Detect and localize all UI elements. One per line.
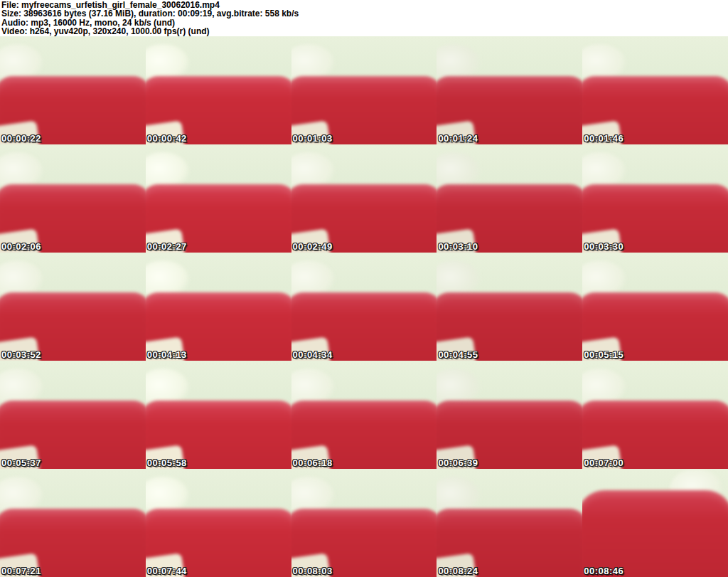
metadata-header: File: myfreecams_urfetish_girl_female_30… — [0, 0, 728, 36]
video-thumbnail: 00:05:37 — [0, 361, 146, 469]
timestamp-overlay: 00:05:15 — [584, 349, 623, 360]
timestamp-overlay: 00:08:46 — [584, 566, 623, 576]
thumbnail-placeholder-image — [146, 469, 291, 577]
thumbnail-placeholder-image — [0, 361, 146, 469]
timestamp-overlay: 00:06:18 — [293, 457, 333, 468]
video-thumbnail: 00:05:15 — [582, 253, 728, 361]
thumbnail-placeholder-image — [582, 253, 728, 361]
video-thumbnail: 00:07:44 — [146, 469, 291, 577]
timestamp-overlay: 00:05:37 — [1, 457, 41, 468]
couch-shape — [582, 490, 728, 577]
timestamp-overlay: 00:04:34 — [293, 349, 333, 360]
thumbnail-placeholder-image — [437, 144, 582, 253]
thumbnail-placeholder-image — [437, 36, 582, 144]
thumbnail-placeholder-image — [291, 469, 437, 577]
timestamp-overlay: 00:02:27 — [147, 241, 187, 252]
video-thumbnail: 00:03:52 — [0, 253, 146, 361]
video-thumbnail: 00:04:34 — [291, 253, 437, 361]
video-thumbnail: 00:02:27 — [146, 144, 291, 253]
video-thumbnail: 00:06:39 — [437, 361, 582, 469]
thumbnail-placeholder-image — [582, 36, 728, 144]
video-thumbnail: 00:04:55 — [437, 253, 582, 361]
video-thumbnail: 00:06:18 — [291, 361, 437, 469]
thumbnail-placeholder-image — [146, 361, 291, 469]
timestamp-overlay: 00:08:24 — [438, 566, 478, 576]
timestamp-overlay: 00:01:24 — [438, 133, 478, 144]
thumbnail-placeholder-image — [437, 253, 582, 361]
video-thumbnail: 00:08:24 — [437, 469, 582, 577]
thumbnail-placeholder-image — [0, 469, 146, 577]
thumbnail-placeholder-image — [291, 144, 437, 253]
timestamp-overlay: 00:01:03 — [293, 133, 333, 144]
video-thumbnail: 00:08:03 — [291, 469, 437, 577]
thumbnail-placeholder-image — [291, 36, 437, 144]
timestamp-overlay: 00:00:22 — [1, 133, 41, 144]
thumbnail-placeholder-image — [291, 361, 437, 469]
timestamp-overlay: 00:07:44 — [147, 566, 187, 576]
thumbnail-placeholder-image — [437, 469, 582, 577]
thumbnail-placeholder-image — [582, 144, 728, 253]
thumbnail-grid: 00:00:22 00:00:42 00:01:03 00:01:24 00:0… — [0, 36, 728, 577]
timestamp-overlay: 00:01:46 — [584, 133, 623, 144]
video-thumbnail: 00:01:03 — [291, 36, 437, 144]
timestamp-overlay: 00:03:52 — [1, 349, 41, 360]
timestamp-overlay: 00:04:55 — [438, 349, 478, 360]
video-thumbnail: 00:05:58 — [146, 361, 291, 469]
video-thumbnail: 00:00:42 — [146, 36, 291, 144]
thumbnail-placeholder-image — [146, 144, 291, 253]
file-size-line: Size: 38963616 bytes (37.16 MiB), durati… — [1, 9, 728, 18]
thumbnail-placeholder-image — [146, 253, 291, 361]
timestamp-overlay: 00:02:06 — [1, 241, 41, 252]
thumbnail-placeholder-image — [437, 361, 582, 469]
timestamp-overlay: 00:02:49 — [293, 241, 333, 252]
thumbnail-placeholder-image — [582, 361, 728, 469]
video-thumbnail: 00:01:46 — [582, 36, 728, 144]
thumbnail-placeholder-image — [0, 253, 146, 361]
video-thumbnail: 00:02:49 — [291, 144, 437, 253]
video-thumbnail: 00:02:06 — [0, 144, 146, 253]
thumbnail-placeholder-image — [582, 469, 728, 577]
timestamp-overlay: 00:00:42 — [147, 133, 187, 144]
video-info-line: Video: h264, yuv420p, 320x240, 1000.00 f… — [1, 27, 728, 36]
timestamp-overlay: 00:06:39 — [438, 457, 478, 468]
timestamp-overlay: 00:07:21 — [1, 566, 41, 576]
video-thumbnail: 00:03:30 — [582, 144, 728, 253]
timestamp-overlay: 00:08:03 — [293, 566, 333, 576]
timestamp-overlay: 00:04:13 — [147, 349, 187, 360]
timestamp-overlay: 00:07:00 — [584, 457, 623, 468]
thumbnail-placeholder-image — [0, 144, 146, 253]
video-thumbnail: 00:07:00 — [582, 361, 728, 469]
timestamp-overlay: 00:03:30 — [584, 241, 623, 252]
video-thumbnail: 00:04:13 — [146, 253, 291, 361]
thumbnail-placeholder-image — [146, 36, 291, 144]
thumbnail-placeholder-image — [291, 253, 437, 361]
timestamp-overlay: 00:05:58 — [147, 457, 187, 468]
thumbnail-placeholder-image — [0, 36, 146, 144]
video-thumbnail: 00:08:46 — [582, 469, 728, 577]
timestamp-overlay: 00:03:10 — [438, 241, 478, 252]
video-thumbnail: 00:03:10 — [437, 144, 582, 253]
video-thumbnail: 00:07:21 — [0, 469, 146, 577]
video-thumbnail: 00:00:22 — [0, 36, 146, 144]
video-thumbnail: 00:01:24 — [437, 36, 582, 144]
